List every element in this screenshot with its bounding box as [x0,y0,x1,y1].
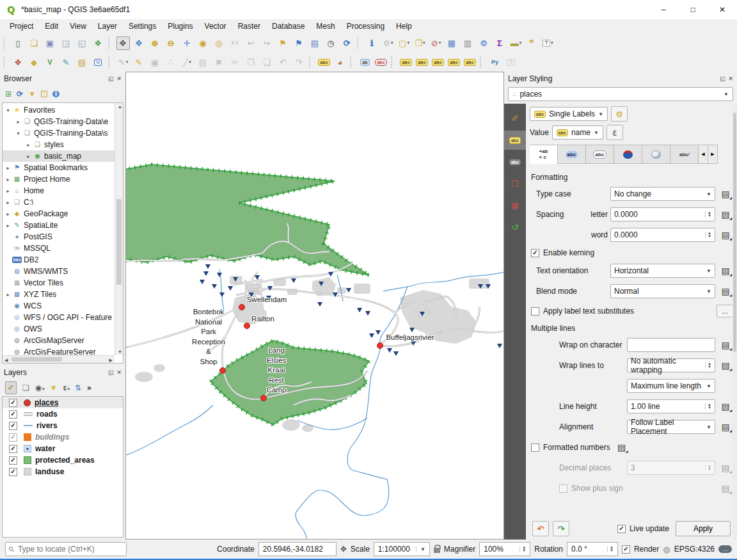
refresh-map-button[interactable]: ⟳ [339,35,355,51]
filter-legend-button[interactable]: ▼ [50,384,58,392]
layer-checkbox[interactable]: ✓ [9,445,17,453]
browser-horizontal-scrollbar[interactable]: ◀▶ [3,355,115,363]
change-label-button[interactable]: abc [462,54,478,70]
coordinate-input[interactable]: 20.5946,-34.0182 [258,542,337,556]
collapse-all-button[interactable]: ↑ [41,91,47,97]
identify-features-button[interactable]: ℹ [364,35,380,51]
type-case-select[interactable]: No change▼ [610,187,715,201]
menu-raster[interactable]: Raster [232,20,266,32]
show-statistics-button[interactable]: Σ [492,35,508,51]
formatted-numbers-override-button[interactable]: ▤ [614,440,630,454]
zoom-native-button[interactable]: 1:1 [227,35,243,51]
menu-database[interactable]: Database [266,20,310,32]
spinner-arrows[interactable]: ▲▼ [607,546,614,552]
menu-project[interactable]: Project [4,20,39,32]
deselect-all-button[interactable]: ⊘▾ [428,35,444,51]
layer-item-protected-areas[interactable]: ✓protected_areas [3,454,123,466]
browser-item-spatialite[interactable]: ▸✎SpatiaLite [3,220,123,231]
browser-item-c-drive[interactable]: ▸❏C:\ [3,196,123,208]
add-selected-layers-button[interactable]: ⊞ [5,90,12,98]
show-bookmarks-button[interactable]: ⚑ [291,35,307,51]
layer-labeling-button[interactable]: abc [316,54,332,70]
blend-mode-select[interactable]: Normal▼ [610,284,715,298]
processing-toolbox-button[interactable]: ⚙ [476,35,492,51]
tab-background[interactable] [614,145,642,164]
new-geopackage-button[interactable]: ◆ [26,54,42,70]
locate-input[interactable] [17,544,123,554]
temporal-control-button[interactable]: ◷ [323,35,339,51]
new-memory-layer-button[interactable]: ▤ [74,54,90,70]
browser-item-xyz-tiles[interactable]: ▸▦XYZ Tiles [3,289,123,300]
magnifier-input[interactable]: 100%▲▼ [479,542,530,556]
labeling-method-select[interactable]: abc Single Labels ▼ [530,107,608,121]
text-orientation-select[interactable]: Horizontal▼ [610,264,715,278]
browser-item-styles[interactable]: ▸❏styles [3,139,123,150]
zoom-last-button[interactable]: ↩ [243,35,259,51]
filter-expression-button[interactable]: ε▾ [63,384,70,392]
menu-plugins[interactable]: Plugins [162,20,198,32]
layer-item-water[interactable]: ✓▼water [3,443,123,454]
tab-formatting[interactable]: abc [558,145,586,164]
multiedit-button[interactable]: ▤ [195,54,211,70]
cut-features-button[interactable]: ✂ [227,54,243,70]
pin-unpin-label-button[interactable]: abc [398,54,414,70]
tab-history[interactable]: ↺ [504,218,526,237]
new-spatialite-button[interactable]: ✎ [58,54,74,70]
browser-item-geopackage[interactable]: ▸◆GeoPackage [3,208,123,220]
browser-item-vector-tiles[interactable]: ▦Vector Tiles [3,277,123,289]
browser-item-mssql[interactable]: ≫MSSQL [3,243,123,254]
menu-processing[interactable]: Processing [341,20,390,32]
open-layer-styling-button[interactable]: ✐ [5,384,17,392]
zoom-in-button[interactable]: ⊕ [147,35,163,51]
paste-features-button[interactable]: ❏ [259,54,275,70]
redo-button[interactable]: ↷ [291,54,307,70]
tabs-scroll-left-button[interactable]: ◀ [699,145,708,164]
manage-map-themes-button[interactable]: ◉▾ [35,384,45,392]
add-feature-button[interactable]: ∴ [163,54,179,70]
line-height-override-button[interactable]: ▤ [718,399,733,413]
datasource-manager-button[interactable]: ❖ [10,54,26,70]
browser-item-training-data-e[interactable]: ▸❏QGIS-Training-Data\e [3,116,123,127]
tab-labels[interactable]: abc [504,131,526,150]
layout-manager-button[interactable]: ◱ [74,35,90,51]
orientation-override-button[interactable]: ▤ [718,264,733,278]
wrap-mode-select[interactable]: Maximum line length▼ [627,379,715,393]
letter-spacing-override-button[interactable]: ▤ [718,207,733,221]
browser-item-basic-map[interactable]: ▸◉basic_map [3,150,123,162]
pin-labels-button[interactable]: ab [357,54,373,70]
tab-shadow[interactable] [642,145,670,164]
new-bookmark-button[interactable]: ⚑ [275,35,291,51]
tab-mask[interactable]: abc [504,152,526,172]
browser-item-favorites[interactable]: ▾★Favorites [3,104,123,116]
zoom-to-layer-button[interactable]: ◎ [211,35,227,51]
close-button[interactable]: ✕ [708,0,737,19]
bookmark-manager-button[interactable]: ▤ [307,35,323,51]
new-project-button[interactable]: ▯ [10,35,26,51]
spinner-arrows[interactable]: ▲▼ [519,546,526,552]
apply-button[interactable]: Apply [676,521,731,536]
layer-checkbox[interactable]: ✓ [9,399,17,407]
layer-checkbox[interactable]: ✓ [9,456,17,465]
enable-kerning-checkbox[interactable]: ✓ [531,249,539,257]
alignment-override-button[interactable]: ▤ [718,420,733,434]
layer-checkbox[interactable]: ✓ [9,422,17,430]
menu-vector[interactable]: Vector [199,20,232,32]
browser-properties-button[interactable]: ℹ [52,91,59,97]
browser-item-wms-wmts[interactable]: ◍WMS/WMTS [3,266,123,277]
open-project-button[interactable]: ❏ [26,35,42,51]
refresh-browser-button[interactable]: ⟳ [17,90,23,98]
letter-spacing-input[interactable]: 0.0000▲▼ [610,207,715,221]
expression-builder-button[interactable]: ε [606,125,623,140]
spinner-arrows[interactable]: ▲▼ [705,232,711,238]
substitutes-more-button[interactable]: … [717,305,733,317]
zoom-out-button[interactable]: ⊖ [163,35,179,51]
layer-item-places[interactable]: ✓places [3,397,123,408]
lock-scale-icon[interactable] [434,548,440,553]
open-attribute-table-button[interactable]: ▦ [444,35,460,51]
minimize-button[interactable]: – [649,0,678,19]
browser-vertical-scrollbar[interactable]: ▲▼ [115,103,123,355]
undo-button[interactable]: ↶ [275,54,291,70]
tab-callouts[interactable]: abc∕ [670,145,699,164]
float-panel-icon[interactable]: ◱ [108,76,114,82]
crs-indicator[interactable]: EPSG:4326 [674,545,715,554]
